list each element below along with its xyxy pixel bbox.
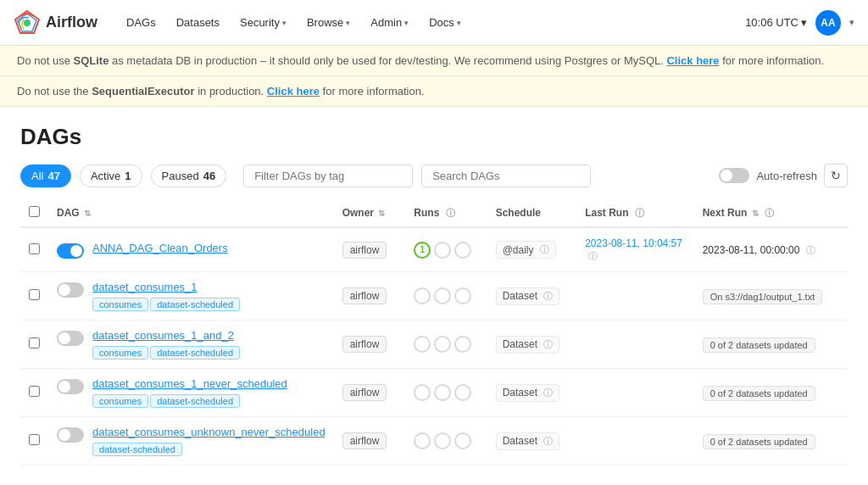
- nav-docs[interactable]: Docs ▾: [420, 11, 470, 34]
- run-circle-running[interactable]: 1: [414, 242, 431, 259]
- run-circle-empty: [434, 432, 451, 449]
- schedule-cell: Datasetⓘ: [487, 272, 577, 321]
- schedule-info-icon[interactable]: ⓘ: [540, 243, 549, 256]
- owner-cell: airflow: [334, 272, 406, 321]
- th-dag[interactable]: DAG ⇅: [48, 199, 334, 227]
- filter-tags-input[interactable]: [243, 164, 413, 187]
- row-checkbox-cell: [20, 321, 48, 369]
- row-checkbox[interactable]: [29, 243, 40, 254]
- next-run-pill: On s3://dag1/output_1.txt: [703, 289, 823, 304]
- toggle-knob: [70, 245, 82, 257]
- dag-tag[interactable]: dataset-scheduled: [150, 346, 240, 360]
- schedule-info-icon[interactable]: ⓘ: [543, 387, 553, 399]
- info-icon[interactable]: ⓘ: [635, 208, 644, 218]
- dag-toggle-off[interactable]: [57, 379, 84, 394]
- dag-table: DAG ⇅ Owner ⇅ Runs ⓘ Schedule Last Run ⓘ: [20, 199, 848, 465]
- schedule-badge: Datasetⓘ: [496, 287, 559, 305]
- dag-name-link[interactable]: dataset_consumes_1: [92, 281, 198, 293]
- run-circle-empty: [414, 384, 431, 401]
- dag-tag[interactable]: consumes: [92, 346, 148, 360]
- next-run-info-icon[interactable]: ⓘ: [803, 245, 815, 255]
- th-next-run[interactable]: Next Run ⇅ ⓘ: [694, 199, 848, 227]
- navbar: Airflow DAGs Datasets Security ▾ Browse …: [0, 0, 868, 46]
- filter-all-button[interactable]: All 47: [20, 164, 71, 187]
- row-checkbox-cell: [20, 272, 48, 321]
- runs-cell: [405, 369, 487, 417]
- schedule-cell: Datasetⓘ: [487, 369, 577, 417]
- page-title: DAGs: [20, 124, 848, 150]
- dag-toggle-off[interactable]: [57, 282, 84, 298]
- last-run-link[interactable]: 2023-08-11, 10:04:57: [585, 237, 682, 249]
- dag-toggle-off[interactable]: [57, 331, 84, 346]
- owner-badge: airflow: [342, 384, 387, 401]
- dag-tag[interactable]: consumes: [92, 298, 148, 311]
- dag-name-link[interactable]: dataset_consumes_unknown_never_scheduled: [92, 426, 326, 438]
- table-row: dataset_consumes_unknown_never_scheduled…: [20, 417, 848, 465]
- dag-toggle-off[interactable]: [57, 427, 84, 443]
- select-all-checkbox[interactable]: [29, 206, 40, 217]
- chevron-down-icon: ▾: [282, 19, 287, 27]
- sort-icon: ⇅: [752, 209, 759, 218]
- run-circle-empty: [434, 287, 451, 304]
- nav-browse[interactable]: Browse ▾: [298, 11, 359, 34]
- dag-tag[interactable]: dataset-scheduled: [150, 394, 240, 408]
- runs-cell: [405, 321, 487, 369]
- filter-active-button[interactable]: Active 1: [80, 164, 142, 187]
- row-checkbox[interactable]: [29, 386, 40, 397]
- search-dags-input[interactable]: [421, 164, 591, 187]
- last-run-cell: [576, 417, 694, 465]
- refresh-button[interactable]: ↻: [824, 164, 848, 187]
- next-run-pill: 0 of 2 datasets updated: [703, 337, 815, 353]
- schedule-info-icon[interactable]: ⓘ: [543, 338, 553, 351]
- row-checkbox-cell: [20, 227, 48, 272]
- row-checkbox-cell: [20, 417, 48, 465]
- table-row: dataset_consumes_1_never_scheduledconsum…: [20, 369, 848, 417]
- dag-cell: dataset_consumes_unknown_never_scheduled…: [48, 417, 334, 465]
- svg-point-2: [24, 20, 31, 26]
- nav-time[interactable]: 10:06 UTC ▾: [745, 16, 807, 29]
- th-owner[interactable]: Owner ⇅: [334, 199, 406, 227]
- schedule-info-icon[interactable]: ⓘ: [543, 290, 553, 303]
- toggle-knob: [58, 332, 70, 344]
- nav-admin[interactable]: Admin ▾: [362, 11, 417, 34]
- dag-tag[interactable]: dataset-scheduled: [92, 443, 182, 456]
- run-circle-empty: [454, 336, 471, 353]
- run-circle-empty: [414, 432, 431, 449]
- dag-toggle-on[interactable]: [57, 243, 84, 259]
- next-run-pill: 0 of 2 datasets updated: [703, 386, 815, 401]
- autorefresh-toggle[interactable]: [719, 168, 749, 183]
- brand-logo[interactable]: Airflow: [14, 9, 97, 36]
- row-checkbox[interactable]: [29, 434, 40, 445]
- nav-security[interactable]: Security ▾: [231, 11, 295, 34]
- dag-tag[interactable]: consumes: [92, 394, 148, 408]
- dag-name-link[interactable]: dataset_consumes_1_never_scheduled: [92, 377, 287, 390]
- schedule-badge: Datasetⓘ: [496, 432, 559, 450]
- nav-datasets[interactable]: Datasets: [168, 11, 228, 34]
- avatar[interactable]: AA: [815, 10, 841, 36]
- last-run-cell: 2023-08-11, 10:04:57 ⓘ: [576, 227, 694, 272]
- next-run-cell: 0 of 2 datasets updated: [694, 321, 848, 369]
- next-run-cell: 0 of 2 datasets updated: [694, 417, 848, 465]
- last-run-info-icon[interactable]: ⓘ: [588, 251, 598, 261]
- dag-cell: dataset_consumes_1_never_scheduledconsum…: [48, 369, 334, 417]
- sqlite-click-here-link[interactable]: Click here: [666, 54, 719, 67]
- schedule-cell: Datasetⓘ: [487, 321, 577, 369]
- dag-tag[interactable]: dataset-scheduled: [150, 298, 240, 311]
- sqlite-emphasis: SQLite: [74, 54, 109, 67]
- toggle-knob: [58, 381, 70, 393]
- nav-dags[interactable]: DAGs: [118, 11, 164, 34]
- row-checkbox[interactable]: [29, 289, 40, 300]
- sequential-click-here-link[interactable]: Click here: [267, 85, 320, 98]
- dag-name-link[interactable]: ANNA_DAG_Clean_Orders: [92, 242, 228, 254]
- th-last-run: Last Run ⓘ: [576, 199, 694, 227]
- row-checkbox[interactable]: [29, 337, 40, 348]
- nav-menu: DAGs Datasets Security ▾ Browse ▾ Admin …: [118, 11, 725, 34]
- schedule-info-icon[interactable]: ⓘ: [543, 435, 553, 448]
- filter-paused-button[interactable]: Paused 46: [151, 164, 227, 187]
- table-body: ANNA_DAG_Clean_Ordersairflow1@dailyⓘ2023…: [20, 227, 848, 465]
- refresh-icon: ↻: [831, 169, 841, 182]
- info-icon[interactable]: ⓘ: [446, 208, 455, 218]
- dag-name-link[interactable]: dataset_consumes_1_and_2: [92, 329, 234, 342]
- info-icon[interactable]: ⓘ: [765, 208, 774, 218]
- schedule-cell: @dailyⓘ: [487, 227, 577, 272]
